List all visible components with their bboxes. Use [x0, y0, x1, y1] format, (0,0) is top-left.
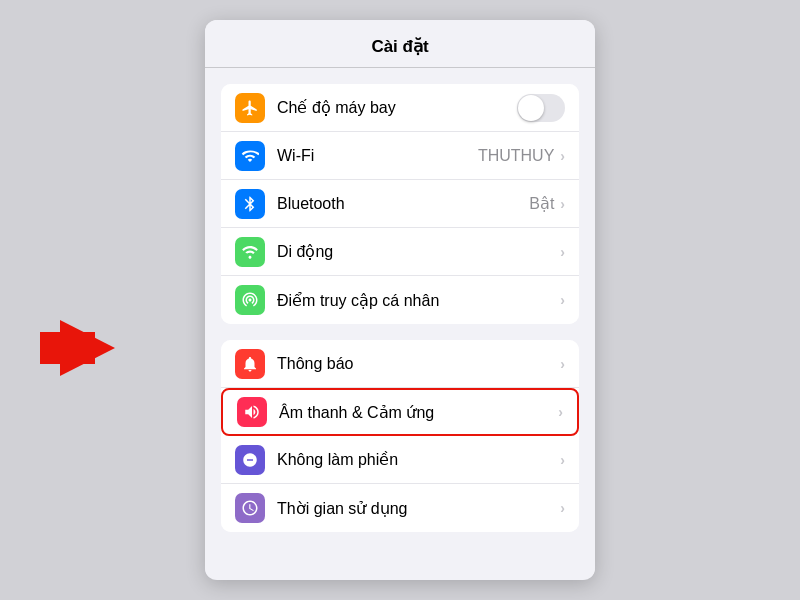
hotspot-chevron: ›	[560, 292, 565, 308]
screentime-chevron: ›	[560, 500, 565, 516]
screentime-icon	[235, 493, 265, 523]
donotdisturb-label: Không làm phiền	[277, 450, 560, 469]
toggle-knob	[518, 95, 544, 121]
settings-row-notifications[interactable]: Thông báo ›	[221, 340, 579, 388]
red-arrow-icon	[60, 320, 115, 376]
bluetooth-value: Bật	[529, 194, 554, 213]
wifi-value: THUTHUY	[478, 147, 554, 165]
settings-content: Chế độ máy bay Wi-Fi THUTHUY ›	[205, 68, 595, 578]
donotdisturb-chevron: ›	[560, 452, 565, 468]
airplane-icon	[235, 93, 265, 123]
wifi-label: Wi-Fi	[277, 147, 478, 165]
bluetooth-label: Bluetooth	[277, 195, 529, 213]
bluetooth-chevron: ›	[560, 196, 565, 212]
sounds-chevron: ›	[558, 404, 563, 420]
cellular-label: Di động	[277, 242, 560, 261]
notifications-chevron: ›	[560, 356, 565, 372]
airplane-toggle[interactable]	[517, 94, 565, 122]
bluetooth-icon	[235, 189, 265, 219]
notifications-icon	[235, 349, 265, 379]
settings-row-hotspot[interactable]: Điểm truy cập cá nhân ›	[221, 276, 579, 324]
notifications-label: Thông báo	[277, 355, 560, 373]
cellular-icon	[235, 237, 265, 267]
donotdisturb-icon	[235, 445, 265, 475]
wifi-icon	[235, 141, 265, 171]
sounds-label: Âm thanh & Cảm ứng	[279, 403, 558, 422]
settings-panel: Cài đặt Chế độ máy bay	[205, 20, 595, 580]
arrow-annotation	[60, 320, 115, 376]
screen-container: Cài đặt Chế độ máy bay	[0, 0, 800, 600]
settings-row-sounds[interactable]: Âm thanh & Cảm ứng ›	[221, 388, 579, 436]
settings-row-bluetooth[interactable]: Bluetooth Bật ›	[221, 180, 579, 228]
settings-group-network: Chế độ máy bay Wi-Fi THUTHUY ›	[221, 84, 579, 324]
airplane-label: Chế độ máy bay	[277, 98, 517, 117]
nav-header: Cài đặt	[205, 20, 595, 68]
settings-row-airplane[interactable]: Chế độ máy bay	[221, 84, 579, 132]
page-title: Cài đặt	[371, 37, 428, 56]
settings-row-wifi[interactable]: Wi-Fi THUTHUY ›	[221, 132, 579, 180]
settings-row-cellular[interactable]: Di động ›	[221, 228, 579, 276]
wifi-chevron: ›	[560, 148, 565, 164]
cellular-chevron: ›	[560, 244, 565, 260]
hotspot-label: Điểm truy cập cá nhân	[277, 291, 560, 310]
settings-row-screentime[interactable]: Thời gian sử dụng ›	[221, 484, 579, 532]
settings-group-alerts: Thông báo › Âm thanh & Cảm ứng › K	[221, 340, 579, 532]
sounds-icon	[237, 397, 267, 427]
settings-row-donotdisturb[interactable]: Không làm phiền ›	[221, 436, 579, 484]
hotspot-icon	[235, 285, 265, 315]
screentime-label: Thời gian sử dụng	[277, 499, 560, 518]
